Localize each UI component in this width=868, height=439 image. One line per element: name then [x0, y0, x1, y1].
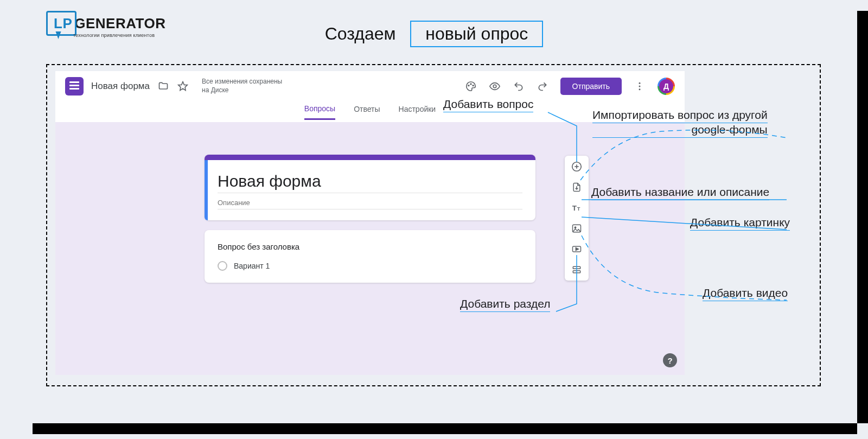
- account-avatar[interactable]: Д: [658, 78, 675, 95]
- add-question-button[interactable]: [570, 160, 583, 173]
- save-status-line1: Все изменения сохранены: [202, 78, 282, 86]
- question-card[interactable]: Вопрос без заголовка Вариант 1: [205, 230, 535, 283]
- theme-icon[interactable]: [465, 80, 477, 92]
- radio-icon: [218, 261, 227, 271]
- form-title-input[interactable]: [218, 172, 522, 193]
- svg-point-14: [575, 227, 576, 228]
- import-question-button[interactable]: [570, 181, 583, 194]
- star-icon[interactable]: [177, 80, 189, 92]
- side-toolbar: TT: [565, 156, 589, 281]
- help-button[interactable]: ?: [663, 353, 677, 367]
- google-forms-icon[interactable]: [65, 77, 84, 96]
- add-section-button[interactable]: [570, 263, 583, 276]
- option-1-label: Вариант 1: [234, 262, 270, 270]
- page-heading: Создаем новый опрос: [22, 21, 846, 47]
- annotation-add-image: Добавить картинку: [690, 216, 790, 231]
- option-row-1[interactable]: Вариант 1: [218, 261, 522, 271]
- tab-questions[interactable]: Вопросы: [304, 104, 335, 120]
- svg-marker-0: [178, 82, 188, 91]
- svg-rect-17: [573, 266, 580, 269]
- svg-point-4: [493, 85, 496, 88]
- avatar-letter: Д: [659, 79, 673, 93]
- question-title[interactable]: Вопрос без заголовка: [218, 242, 522, 251]
- preview-icon[interactable]: [489, 80, 501, 92]
- heading-highlight: новый опрос: [410, 21, 543, 47]
- svg-point-3: [473, 85, 474, 86]
- form-description-input[interactable]: [218, 199, 522, 209]
- heading-prefix: Создаем: [325, 24, 396, 43]
- svg-point-2: [470, 84, 471, 85]
- more-menu-icon[interactable]: [634, 80, 646, 92]
- svg-rect-18: [573, 271, 580, 273]
- add-video-button[interactable]: [570, 243, 583, 256]
- save-status-line2: на Диске: [202, 86, 282, 95]
- annotation-add-video: Добавить видео: [703, 287, 788, 301]
- svg-point-7: [639, 88, 641, 90]
- form-title-card[interactable]: [205, 155, 535, 220]
- svg-text:T: T: [572, 204, 577, 212]
- annotation-add-question: Добавить вопрос: [443, 98, 533, 112]
- google-forms-window: Новая форма Все изменения сохранены на Д…: [55, 71, 685, 375]
- folder-icon[interactable]: [157, 80, 169, 92]
- svg-point-6: [639, 86, 641, 87]
- gf-header: Новая форма Все изменения сохранены на Д…: [55, 71, 685, 101]
- annotation-add-title: Добавить название или описание: [591, 186, 769, 200]
- document-title[interactable]: Новая форма: [91, 81, 150, 92]
- svg-point-5: [639, 82, 641, 84]
- annotation-add-section: Добавить раздел: [460, 297, 550, 312]
- send-button[interactable]: Отправить: [560, 78, 622, 95]
- gf-canvas: Вопрос без заголовка Вариант 1 T: [55, 122, 685, 375]
- gf-tabs: Вопросы Ответы Настройки: [55, 101, 685, 122]
- save-status: Все изменения сохранены на Диске: [202, 78, 282, 94]
- annotation-import-question: Импортировать вопрос из другой google-фо…: [592, 109, 768, 138]
- svg-point-1: [468, 85, 469, 86]
- undo-icon[interactable]: [513, 80, 525, 92]
- tab-answers[interactable]: Ответы: [354, 105, 380, 119]
- svg-marker-16: [576, 248, 578, 251]
- svg-text:T: T: [577, 206, 580, 212]
- tab-settings[interactable]: Настройки: [399, 105, 436, 119]
- redo-icon[interactable]: [537, 80, 548, 92]
- add-image-button[interactable]: [570, 222, 583, 235]
- add-title-button[interactable]: TT: [570, 201, 583, 214]
